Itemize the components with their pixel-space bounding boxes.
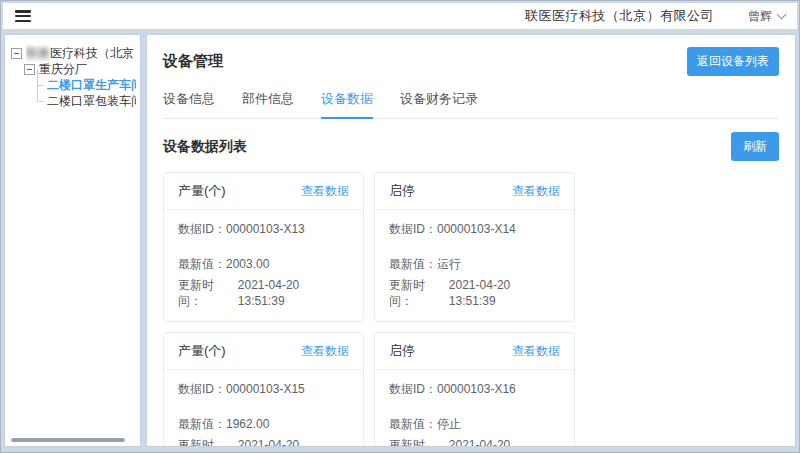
tree-connector-line [37,93,45,109]
data-id-value: 00000103-X13 [226,221,305,237]
org-tree: 联医医疗科技（北京）有限公司 重庆分厂 二楼口罩生产车间 二楼口罩包装车间 [5,35,140,109]
tab-device-data[interactable]: 设备数据 [321,90,373,118]
update-time-label: 更新时间： [389,437,449,447]
update-time-label: 更新时间： [178,437,238,447]
tab-bar: 设备信息 部件信息 设备数据 设备财务记录 [163,90,779,119]
tab-device-finance-records[interactable]: 设备财务记录 [400,90,478,118]
refresh-button[interactable]: 刷新 [731,132,779,161]
latest-value-label: 最新值： [178,256,226,272]
update-time-value: 2021-04-20 13:51:39 [449,437,560,447]
sidebar-org-tree: 联医医疗科技（北京）有限公司 重庆分厂 二楼口罩生产车间 二楼口罩包装车间 [4,34,141,447]
device-data-card-list: 产量(个) 查看数据 数据ID：00000103-X13 最新值：2003.00… [163,172,779,447]
page-title: 设备管理 [163,52,223,71]
tab-device-info[interactable]: 设备信息 [163,90,215,118]
chevron-down-icon [777,10,787,20]
tree-node-packaging-workshop[interactable]: 二楼口罩包装车间 [11,93,136,109]
card-title: 产量(个) [178,342,226,360]
latest-value-label: 最新值： [178,416,226,432]
tree-node-production-workshop[interactable]: 二楼口罩生产车间 [11,77,136,93]
tree-collapse-icon[interactable] [24,64,35,75]
update-time-label: 更新时间： [389,277,449,309]
tree-connector-line [37,77,45,93]
view-data-link[interactable]: 查看数据 [301,183,349,200]
update-time-value: 2021-04-20 13:51:39 [238,437,349,447]
main-panel: 设备管理 返回设备列表 设备信息 部件信息 设备数据 设备财务记录 设备数据列表… [146,34,796,447]
device-data-card: 产量(个) 查看数据 数据ID：00000103-X15 最新值：1962.00… [163,332,364,447]
hamburger-menu-icon[interactable] [15,10,31,22]
card-title: 产量(个) [178,182,226,200]
view-data-link[interactable]: 查看数据 [512,183,560,200]
data-id-label: 数据ID： [389,221,437,237]
device-data-card: 启停 查看数据 数据ID：00000103-X16 最新值：停止 更新时间：20… [374,332,575,447]
user-name[interactable]: 曾辉 [748,8,772,25]
latest-value-label: 最新值： [389,416,437,432]
data-id-value: 00000103-X16 [437,381,516,397]
view-data-link[interactable]: 查看数据 [512,343,560,360]
latest-value: 运行 [437,256,461,272]
top-bar: 联医医疗科技（北京）有限公司 曾辉 [3,3,797,29]
tab-parts-info[interactable]: 部件信息 [242,90,294,118]
update-time-value: 2021-04-20 13:51:39 [238,277,349,309]
tree-node-branch-factory[interactable]: 重庆分厂 [11,61,136,77]
data-id-label: 数据ID： [178,381,226,397]
card-title: 启停 [389,342,415,360]
redacted-text: 联医 [26,46,50,60]
section-title: 设备数据列表 [163,138,247,156]
horizontal-scrollbar[interactable] [11,438,125,442]
latest-value: 停止 [437,416,461,432]
data-id-value: 00000103-X14 [437,221,516,237]
user-menu[interactable]: 曾辉 [748,8,785,25]
company-name: 联医医疗科技（北京）有限公司 [525,7,714,25]
card-title: 启停 [389,182,415,200]
device-data-card: 启停 查看数据 数据ID：00000103-X14 最新值：运行 更新时间：20… [374,172,575,322]
latest-value-label: 最新值： [389,256,437,272]
update-time-value: 2021-04-20 13:51:39 [449,277,560,309]
data-id-label: 数据ID： [178,221,226,237]
data-id-value: 00000103-X15 [226,381,305,397]
device-data-card: 产量(个) 查看数据 数据ID：00000103-X13 最新值：2003.00… [163,172,364,322]
data-id-label: 数据ID： [389,381,437,397]
back-to-device-list-button[interactable]: 返回设备列表 [687,47,779,76]
app-window: 联医医疗科技（北京）有限公司 曾辉 联医医疗科技（北京）有限公司 重庆分厂 二楼… [0,0,800,453]
latest-value: 1962.00 [226,416,269,432]
view-data-link[interactable]: 查看数据 [301,343,349,360]
latest-value: 2003.00 [226,256,269,272]
tree-node-company[interactable]: 联医医疗科技（北京）有限公司 [11,45,136,61]
tree-collapse-icon[interactable] [11,48,22,59]
update-time-label: 更新时间： [178,277,238,309]
